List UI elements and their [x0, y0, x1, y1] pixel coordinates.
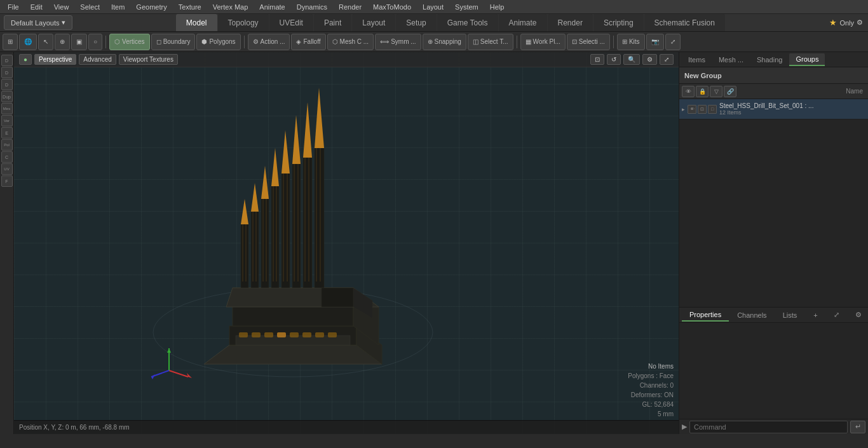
tool-polygons-btn[interactable]: ⬢ Polygons [196, 34, 240, 50]
menu-render[interactable]: Render [334, 2, 367, 12]
tool-camera-btn[interactable]: 📷 [646, 34, 664, 50]
tool-select-tool-btn[interactable]: ◫ Select T... [468, 34, 513, 50]
viewport-fit-btn[interactable]: ⊡ [590, 54, 604, 65]
sidebar-btn-1[interactable]: D [1, 67, 13, 78]
selection-icon: ⊡ [572, 38, 577, 45]
sidebar-tools-btn[interactable]: D [1, 55, 13, 66]
tool-expand-btn[interactable]: ⤢ [665, 34, 681, 50]
sidebar-btn-vert[interactable]: Ver [1, 115, 13, 126]
viewport-textures-btn[interactable]: Viewport Textures [119, 54, 178, 65]
viewport-settings-btn[interactable]: ⚙ [642, 54, 657, 65]
groups-filter-btn[interactable]: ▽ [710, 86, 722, 97]
tab-paint[interactable]: Paint [314, 14, 351, 31]
tool-circle-btn[interactable]: ○ [88, 34, 102, 50]
groups-lock-btn[interactable]: 🔒 [696, 86, 709, 97]
svg-marker-25 [261, 166, 269, 199]
menu-edit[interactable]: Edit [25, 2, 48, 12]
sidebar-btn-uv[interactable]: UV [1, 163, 13, 175]
main-area: D D D Dup Mes Ver E Pol C UV F ● Perspec… [0, 52, 868, 434]
menu-layout[interactable]: Layout [417, 2, 449, 12]
menu-dynamics[interactable]: Dynamics [292, 2, 332, 12]
tab-render[interactable]: Render [548, 14, 593, 31]
menu-animate[interactable]: Animate [254, 2, 290, 12]
menu-file[interactable]: File [3, 2, 24, 12]
sidebar-btn-pol[interactable]: Pol [1, 139, 13, 151]
tool-mesh-btn[interactable]: ⬡ Mesh C ... [327, 34, 374, 50]
right-tab-shading[interactable]: Shading [750, 54, 789, 65]
tool-mode-btn[interactable]: ⊞ [3, 34, 18, 50]
viewport-maximize-btn[interactable]: ⤢ [660, 54, 674, 65]
sidebar-btn-f[interactable]: F [1, 175, 13, 187]
menu-geometry[interactable]: Geometry [131, 2, 172, 12]
menu-vertex-map[interactable]: Vertex Map [208, 2, 254, 12]
sidebar-btn-dup[interactable]: Dup [1, 91, 13, 102]
menu-texture[interactable]: Texture [173, 2, 207, 12]
command-input[interactable] [689, 421, 848, 433]
tool-action-btn[interactable]: ⚙ Action ... [248, 34, 290, 50]
sidebar-btn-2[interactable]: D [1, 79, 13, 90]
sidebar-btn-e[interactable]: E [1, 127, 13, 139]
tool-transform-btn[interactable]: ⊕ [55, 34, 70, 50]
right-tab-items[interactable]: Items [682, 54, 712, 65]
tab-setup[interactable]: Setup [396, 14, 436, 31]
tab-model[interactable]: Model [176, 14, 217, 31]
right-tab-groups[interactable]: Groups [789, 53, 825, 66]
bottom-settings-btn[interactable]: ⚙ [848, 309, 868, 321]
viewport-dot-btn[interactable]: ● [19, 54, 32, 65]
layout-selector[interactable]: Default Layouts ▾ [4, 15, 72, 30]
tool-kits-btn[interactable]: ⊞ Kits [617, 34, 645, 50]
menu-item[interactable]: Item [106, 2, 130, 12]
group-check-btn[interactable]: □ [708, 105, 717, 114]
right-tab-mesh[interactable]: Mesh ... [712, 54, 750, 65]
expand-arrow-icon[interactable]: ▸ [682, 106, 685, 112]
viewport-zoom-btn[interactable]: 🔍 [623, 54, 640, 65]
right-tabs: Items Mesh ... Shading Groups [679, 52, 868, 67]
groups-link-btn[interactable]: 🔗 [724, 86, 736, 97]
svg-rect-13 [302, 332, 311, 337]
tab-topology[interactable]: Topology [218, 14, 269, 31]
tool-falloff-btn[interactable]: ◈ Falloff [291, 34, 325, 50]
sidebar-btn-c[interactable]: C [1, 151, 13, 163]
viewport-rotate-btn[interactable]: ↺ [607, 54, 621, 65]
tool-select-btn[interactable]: ↖ [38, 34, 53, 50]
tab-game-tools[interactable]: Game Tools [437, 14, 498, 31]
viewport-perspective-btn[interactable]: Perspective [34, 54, 76, 65]
svg-rect-16 [241, 224, 248, 288]
tab-scripting[interactable]: Scripting [593, 14, 644, 31]
menu-view[interactable]: View [49, 2, 74, 12]
group-lock-small-btn[interactable]: ⊡ [698, 105, 707, 114]
tool-globe-btn[interactable]: 🌐 [19, 34, 37, 50]
tool-boundary-btn[interactable]: ◻ Boundary [151, 34, 196, 50]
menu-maxtomodo[interactable]: MaxToModo [368, 2, 416, 12]
polygons-label: Polygons [209, 38, 235, 45]
group-visibility-btn[interactable]: 👁 [688, 105, 696, 114]
bottom-tab-add-btn[interactable]: + [806, 309, 825, 321]
tool-selection-btn[interactable]: ⊡ Selecti ... [567, 34, 610, 50]
tool-vertices-btn[interactable]: ⬡ Vertices [109, 34, 150, 50]
tab-layout[interactable]: Layout [352, 14, 395, 31]
bottom-maximize-btn[interactable]: ⤢ [826, 309, 847, 321]
bottom-tab-lists[interactable]: Lists [775, 309, 805, 321]
action-icon: ⚙ [253, 38, 259, 45]
menu-select[interactable]: Select [75, 2, 105, 12]
bottom-tab-channels[interactable]: Channels [729, 309, 774, 321]
groups-eye-btn[interactable]: 👁 [682, 86, 695, 97]
menu-system[interactable]: System [450, 2, 484, 12]
viewport[interactable]: ● Perspective Advanced Viewport Textures… [14, 52, 679, 434]
sidebar-btn-mesh[interactable]: Mes [1, 103, 13, 114]
tool-snapping-btn[interactable]: ⊕ Snapping [423, 34, 466, 50]
group-item-drill-set[interactable]: ▸ 👁 ⊡ □ Steel_HSS_Drill_Bit_Set_001 : ..… [679, 99, 868, 119]
menu-help[interactable]: Help [485, 2, 510, 12]
tool-box-btn[interactable]: ▣ [71, 34, 87, 50]
tab-uvedit[interactable]: UVEdit [269, 14, 313, 31]
viewport-advanced-btn[interactable]: Advanced [79, 54, 116, 65]
svg-marker-33 [281, 130, 290, 173]
bottom-tab-properties[interactable]: Properties [682, 309, 729, 322]
tool-symmetry-btn[interactable]: ⟺ Symm ... [375, 34, 421, 50]
tab-schematic-fusion[interactable]: Schematic Fusion [644, 14, 725, 31]
settings-icon[interactable]: ⚙ [857, 18, 863, 27]
tab-animate[interactable]: Animate [499, 14, 547, 31]
command-run-btn[interactable]: ↵ [850, 421, 865, 433]
svg-marker-1 [204, 345, 382, 364]
tool-workplane-btn[interactable]: ▦ Work Pl... [520, 34, 566, 50]
